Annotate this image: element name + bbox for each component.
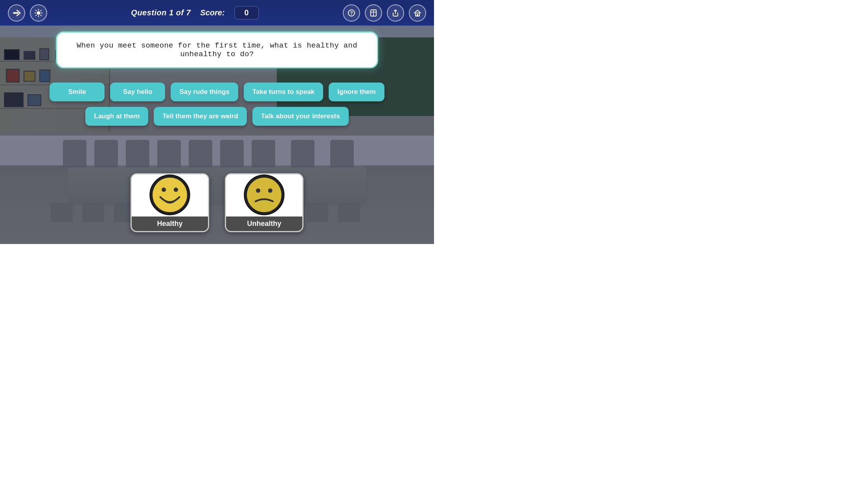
svg-point-12 <box>162 187 166 192</box>
exit-button[interactable] <box>8 4 25 22</box>
share-icon <box>392 9 399 17</box>
svg-rect-0 <box>13 12 18 14</box>
question-text: When you meet someone for the first time… <box>77 41 357 59</box>
unhealthy-smiley-icon <box>243 173 286 216</box>
answer-take-turns[interactable]: Take turns to speak <box>244 83 323 101</box>
help-button[interactable]: ? <box>343 4 360 22</box>
healthy-smiley-icon <box>148 173 191 216</box>
book-icon <box>370 9 377 17</box>
score-value: 0 <box>234 6 259 20</box>
healthy-drop-zone[interactable]: Healthy <box>131 173 209 232</box>
healthy-smiley-container <box>132 173 208 216</box>
answers-row-1: Smile Say hello Say rude things Take tur… <box>50 83 384 101</box>
svg-point-11 <box>153 178 187 212</box>
unhealthy-label: Unhealthy <box>226 216 302 231</box>
settings-button[interactable] <box>30 4 47 22</box>
answers-row-2: Laugh at them Tell them they are weird T… <box>85 107 349 126</box>
svg-point-15 <box>247 178 281 212</box>
help-icon: ? <box>348 9 355 17</box>
exit-icon <box>12 9 21 17</box>
home-icon <box>414 9 421 17</box>
answer-smile[interactable]: Smile <box>50 83 105 101</box>
header-right: ? <box>343 4 426 22</box>
question-progress: Question 1 of 7 <box>131 8 191 17</box>
healthy-label: Healthy <box>132 216 208 231</box>
answer-say-hello[interactable]: Say hello <box>110 83 165 101</box>
svg-point-16 <box>256 189 260 193</box>
header-left <box>8 4 47 22</box>
question-box: When you meet someone for the first time… <box>56 31 378 68</box>
book-button[interactable] <box>365 4 382 22</box>
svg-point-13 <box>174 187 178 192</box>
svg-rect-9 <box>417 14 418 16</box>
answer-talk-interests[interactable]: Talk about your interests <box>252 107 349 126</box>
share-button[interactable] <box>387 4 404 22</box>
svg-point-17 <box>268 189 272 193</box>
score-label: Score: <box>200 8 224 17</box>
gear-icon <box>34 9 43 17</box>
unhealthy-drop-zone[interactable]: Unhealthy <box>225 173 303 232</box>
header-center: Question 1 of 7 Score: 0 <box>131 6 259 20</box>
unhealthy-smiley-container <box>226 173 302 216</box>
answer-ignore-them[interactable]: Ignore them <box>329 83 384 101</box>
drop-zones: Healthy Unhealthy <box>131 173 303 232</box>
answer-tell-weird[interactable]: Tell them they are weird <box>154 107 246 126</box>
answer-laugh-at-them[interactable]: Laugh at them <box>85 107 148 126</box>
home-button[interactable] <box>409 4 426 22</box>
header: Question 1 of 7 Score: 0 ? <box>0 0 434 26</box>
svg-text:?: ? <box>350 10 353 16</box>
answer-say-rude-things[interactable]: Say rude things <box>171 83 238 101</box>
answers-container: Smile Say hello Say rude things Take tur… <box>17 83 417 126</box>
